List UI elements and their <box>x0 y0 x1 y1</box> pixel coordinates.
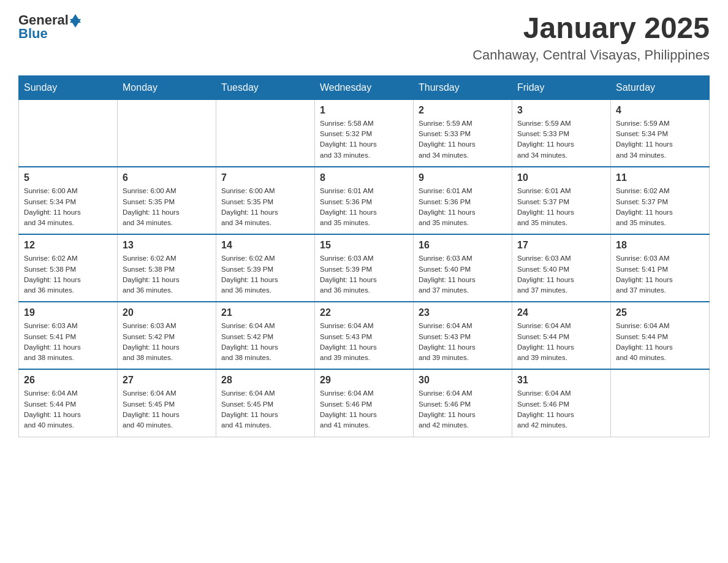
day-info: Sunrise: 6:04 AM Sunset: 5:43 PM Dayligh… <box>320 321 408 363</box>
day-number: 10 <box>517 172 605 183</box>
day-info: Sunrise: 5:59 AM Sunset: 5:34 PM Dayligh… <box>616 118 704 161</box>
calendar-header-wednesday: Wednesday <box>315 75 414 99</box>
calendar-week-row: 1Sunrise: 5:58 AM Sunset: 5:32 PM Daylig… <box>19 99 710 167</box>
day-info: Sunrise: 6:03 AM Sunset: 5:39 PM Dayligh… <box>320 253 408 296</box>
day-number: 14 <box>221 240 309 251</box>
title-section: January 2025 Canhaway, Central Visayas, … <box>472 12 710 63</box>
calendar-cell: 23Sunrise: 6:04 AM Sunset: 5:43 PM Dayli… <box>414 302 512 369</box>
calendar-header-tuesday: Tuesday <box>216 75 315 99</box>
day-info: Sunrise: 6:02 AM Sunset: 5:37 PM Dayligh… <box>616 186 704 228</box>
day-info: Sunrise: 6:01 AM Sunset: 5:36 PM Dayligh… <box>419 186 507 228</box>
day-number: 29 <box>320 375 408 386</box>
day-info: Sunrise: 6:01 AM Sunset: 5:36 PM Dayligh… <box>320 186 408 228</box>
day-info: Sunrise: 6:04 AM Sunset: 5:46 PM Dayligh… <box>517 388 605 431</box>
calendar-cell: 10Sunrise: 6:01 AM Sunset: 5:37 PM Dayli… <box>512 167 611 234</box>
day-number: 22 <box>320 307 408 318</box>
day-info: Sunrise: 5:59 AM Sunset: 5:33 PM Dayligh… <box>517 118 605 161</box>
day-number: 9 <box>419 172 507 183</box>
calendar-cell: 16Sunrise: 6:03 AM Sunset: 5:40 PM Dayli… <box>414 234 512 302</box>
logo: General Blue <box>18 12 81 42</box>
day-info: Sunrise: 6:00 AM Sunset: 5:35 PM Dayligh… <box>221 186 309 228</box>
calendar-cell <box>216 99 315 167</box>
day-number: 30 <box>419 375 507 386</box>
calendar-cell: 22Sunrise: 6:04 AM Sunset: 5:43 PM Dayli… <box>315 302 414 369</box>
calendar-cell: 9Sunrise: 6:01 AM Sunset: 5:36 PM Daylig… <box>414 167 512 234</box>
calendar-table: SundayMondayTuesdayWednesdayThursdayFrid… <box>18 75 710 437</box>
day-number: 2 <box>419 105 507 116</box>
day-number: 27 <box>123 375 211 386</box>
calendar-cell <box>611 369 710 437</box>
day-number: 1 <box>320 105 408 116</box>
calendar-cell: 25Sunrise: 6:04 AM Sunset: 5:44 PM Dayli… <box>611 302 710 369</box>
day-number: 21 <box>221 307 309 318</box>
calendar-cell: 2Sunrise: 5:59 AM Sunset: 5:33 PM Daylig… <box>414 99 512 167</box>
calendar-cell: 28Sunrise: 6:04 AM Sunset: 5:45 PM Dayli… <box>216 369 315 437</box>
day-number: 26 <box>24 375 112 386</box>
day-info: Sunrise: 6:00 AM Sunset: 5:34 PM Dayligh… <box>24 186 112 228</box>
day-info: Sunrise: 6:04 AM Sunset: 5:44 PM Dayligh… <box>517 321 605 363</box>
day-number: 3 <box>517 105 605 116</box>
calendar-cell: 24Sunrise: 6:04 AM Sunset: 5:44 PM Dayli… <box>512 302 611 369</box>
day-number: 11 <box>616 172 704 183</box>
calendar-cell <box>19 99 118 167</box>
day-info: Sunrise: 6:02 AM Sunset: 5:38 PM Dayligh… <box>123 253 211 296</box>
calendar-cell: 18Sunrise: 6:03 AM Sunset: 5:41 PM Dayli… <box>611 234 710 302</box>
day-number: 28 <box>221 375 309 386</box>
day-info: Sunrise: 6:03 AM Sunset: 5:41 PM Dayligh… <box>616 253 704 296</box>
calendar-cell: 14Sunrise: 6:02 AM Sunset: 5:39 PM Dayli… <box>216 234 315 302</box>
calendar-week-row: 5Sunrise: 6:00 AM Sunset: 5:34 PM Daylig… <box>19 167 710 234</box>
day-number: 20 <box>123 307 211 318</box>
day-number: 16 <box>419 240 507 251</box>
day-number: 31 <box>517 375 605 386</box>
day-number: 6 <box>123 172 211 183</box>
day-number: 5 <box>24 172 112 183</box>
calendar-cell: 31Sunrise: 6:04 AM Sunset: 5:46 PM Dayli… <box>512 369 611 437</box>
calendar-cell: 19Sunrise: 6:03 AM Sunset: 5:41 PM Dayli… <box>19 302 118 369</box>
day-info: Sunrise: 6:03 AM Sunset: 5:40 PM Dayligh… <box>419 253 507 296</box>
calendar-cell: 29Sunrise: 6:04 AM Sunset: 5:46 PM Dayli… <box>315 369 414 437</box>
day-info: Sunrise: 6:04 AM Sunset: 5:42 PM Dayligh… <box>221 321 309 363</box>
day-info: Sunrise: 6:04 AM Sunset: 5:46 PM Dayligh… <box>419 388 507 431</box>
calendar-cell: 15Sunrise: 6:03 AM Sunset: 5:39 PM Dayli… <box>315 234 414 302</box>
calendar-cell: 12Sunrise: 6:02 AM Sunset: 5:38 PM Dayli… <box>19 234 118 302</box>
calendar-cell: 26Sunrise: 6:04 AM Sunset: 5:44 PM Dayli… <box>19 369 118 437</box>
calendar-cell: 13Sunrise: 6:02 AM Sunset: 5:38 PM Dayli… <box>118 234 216 302</box>
day-info: Sunrise: 6:02 AM Sunset: 5:39 PM Dayligh… <box>221 253 309 296</box>
calendar-cell: 6Sunrise: 6:00 AM Sunset: 5:35 PM Daylig… <box>118 167 216 234</box>
day-info: Sunrise: 6:00 AM Sunset: 5:35 PM Dayligh… <box>123 186 211 228</box>
calendar-cell: 20Sunrise: 6:03 AM Sunset: 5:42 PM Dayli… <box>118 302 216 369</box>
day-number: 4 <box>616 105 704 116</box>
calendar-week-row: 19Sunrise: 6:03 AM Sunset: 5:41 PM Dayli… <box>19 302 710 369</box>
day-number: 25 <box>616 307 704 318</box>
day-number: 23 <box>419 307 507 318</box>
calendar-cell: 8Sunrise: 6:01 AM Sunset: 5:36 PM Daylig… <box>315 167 414 234</box>
calendar-cell: 11Sunrise: 6:02 AM Sunset: 5:37 PM Dayli… <box>611 167 710 234</box>
calendar-cell: 21Sunrise: 6:04 AM Sunset: 5:42 PM Dayli… <box>216 302 315 369</box>
page-header: General Blue January 2025 Canhaway, Cent… <box>18 12 710 63</box>
day-info: Sunrise: 6:02 AM Sunset: 5:38 PM Dayligh… <box>24 253 112 296</box>
day-number: 17 <box>517 240 605 251</box>
day-info: Sunrise: 6:04 AM Sunset: 5:45 PM Dayligh… <box>221 388 309 431</box>
day-info: Sunrise: 6:03 AM Sunset: 5:40 PM Dayligh… <box>517 253 605 296</box>
calendar-cell: 3Sunrise: 5:59 AM Sunset: 5:33 PM Daylig… <box>512 99 611 167</box>
calendar-cell: 5Sunrise: 6:00 AM Sunset: 5:34 PM Daylig… <box>19 167 118 234</box>
day-info: Sunrise: 6:04 AM Sunset: 5:44 PM Dayligh… <box>24 388 112 431</box>
day-info: Sunrise: 6:01 AM Sunset: 5:37 PM Dayligh… <box>517 186 605 228</box>
location-title: Canhaway, Central Visayas, Philippines <box>472 47 710 63</box>
calendar-cell: 30Sunrise: 6:04 AM Sunset: 5:46 PM Dayli… <box>414 369 512 437</box>
month-title: January 2025 <box>472 12 710 45</box>
calendar-header-monday: Monday <box>118 75 216 99</box>
day-number: 15 <box>320 240 408 251</box>
day-number: 18 <box>616 240 704 251</box>
day-number: 19 <box>24 307 112 318</box>
calendar-cell: 4Sunrise: 5:59 AM Sunset: 5:34 PM Daylig… <box>611 99 710 167</box>
calendar-header-sunday: Sunday <box>19 75 118 99</box>
logo-blue-text: Blue <box>18 26 48 42</box>
day-number: 7 <box>221 172 309 183</box>
day-info: Sunrise: 5:58 AM Sunset: 5:32 PM Dayligh… <box>320 118 408 161</box>
calendar-cell: 1Sunrise: 5:58 AM Sunset: 5:32 PM Daylig… <box>315 99 414 167</box>
day-number: 24 <box>517 307 605 318</box>
calendar-header-thursday: Thursday <box>414 75 512 99</box>
logo-triangle-bottom <box>70 19 81 28</box>
day-info: Sunrise: 6:04 AM Sunset: 5:44 PM Dayligh… <box>616 321 704 363</box>
